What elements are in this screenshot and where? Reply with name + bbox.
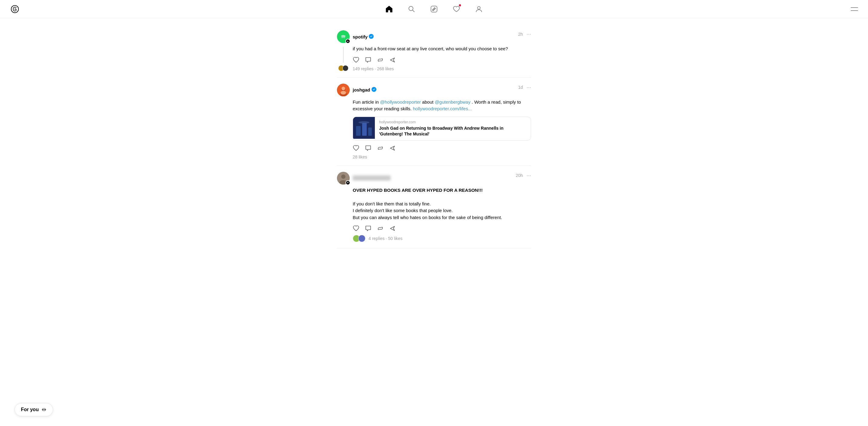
nav-search[interactable] [408,5,415,13]
thread-line-col-spotify [337,45,350,71]
nav-left [10,4,20,14]
post-time-user3: 20h [516,173,523,178]
like-button-spotify[interactable] [353,57,360,63]
link-preview-card[interactable]: hollywoodreporter.com Josh Gad on Return… [353,117,531,140]
svg-point-21 [341,174,345,179]
like-button-user3[interactable] [353,225,360,232]
repost-button-user3[interactable] [377,225,384,232]
mini-avatar-2 [342,65,348,71]
share-button-spotify[interactable] [389,57,396,63]
follow-plus-user3[interactable]: + [345,180,350,185]
post-meta-joshgad: joshgad [353,87,376,93]
post-content-col-user3: OVER HYPED BOOKS ARE OVER HYPED FOR A RE… [353,187,531,242]
post-header-left-user3: + ████ ███ ████ [337,172,391,185]
verified-icon-joshgad [372,87,376,93]
post-header-user3: + ████ ███ ████ 20h ··· [337,172,531,185]
comment-button-joshgad[interactable] [365,145,372,152]
follow-plus-spotify[interactable]: + [345,39,350,44]
post-content-col-spotify: if you had a front-row seat at any live … [353,45,531,71]
post-author-row-joshgad: joshgad [353,87,376,93]
post-author-row: spotify [353,34,374,40]
post-body-user3: OVER HYPED BOOKS ARE OVER HYPED FOR A RE… [337,187,531,242]
post-header-right-user3: 20h ··· [516,172,531,179]
link-preview-thumbnail [353,117,375,139]
thread-bottom-avatars [338,65,348,71]
post-header-left-joshgad: joshgad [337,84,376,96]
post-author-name[interactable]: spotify [353,34,368,39]
nav-home[interactable] [385,5,393,13]
for-you-pill[interactable]: For you [14,403,53,416]
post-text-line2: I definitely don't like some books that … [353,208,453,213]
post-time-spotify: 2h [518,32,523,37]
nav-new-post[interactable] [430,5,438,13]
more-button-joshgad[interactable]: ··· [527,84,531,91]
post-actions-joshgad [353,145,531,152]
more-button-user3[interactable]: ··· [527,172,531,179]
avatar-joshgad[interactable] [337,84,350,96]
svg-point-12 [341,87,345,90]
post-joshgad: joshgad 1d ··· [337,77,531,166]
post-stats-spotify: 149 replies · 268 likes [353,66,531,71]
post-text-line3: But you can always tell who hates on boo… [353,215,502,220]
post-author-name-joshgad[interactable]: joshgad [353,87,370,92]
avatar-wrap-joshgad [337,84,350,96]
svg-point-1 [15,8,16,9]
verified-icon-spotify [369,34,374,40]
like-button-joshgad[interactable] [353,145,360,152]
link-preview-info: hollywoodreporter.com Josh Gad on Return… [375,117,531,140]
post-content-col-joshgad: Fun article in @hollywoodreporter about … [353,99,531,159]
link-preview-domain: hollywoodreporter.com [379,120,527,124]
nav-center [385,5,483,13]
nav-right [850,7,858,11]
more-button-spotify[interactable]: ··· [527,31,531,37]
link-hollywoodreporter[interactable]: hollywoodreporter.com/lifes... [413,106,472,111]
post-header-left: + spotify [337,30,374,43]
svg-point-4 [478,6,480,9]
avatar-wrap-spotify: + [337,30,350,43]
post-footer-user3: 4 replies · 50 likes [353,235,531,242]
post-text-joshgad: Fun article in @hollywoodreporter about … [353,99,531,112]
post-text-line1: If you don't like them that is totally f… [353,201,431,206]
repost-button-joshgad[interactable] [377,145,384,152]
svg-rect-17 [362,123,367,136]
post-text-user3: OVER HYPED BOOKS ARE OVER HYPED FOR A RE… [353,187,531,221]
comment-button-user3[interactable] [365,225,372,232]
top-navigation [0,0,868,18]
svg-point-19 [359,121,369,124]
post-body-joshgad: Fun article in @hollywoodreporter about … [337,99,531,159]
post-header-joshgad: joshgad 1d ··· [337,84,531,96]
post-stats-joshgad: 28 likes [353,155,531,159]
nav-activity[interactable] [453,5,460,13]
nav-menu[interactable] [850,7,858,11]
mention-hollywoodreporter[interactable]: @hollywoodreporter [380,99,421,104]
repost-button-spotify[interactable] [377,57,384,63]
share-button-joshgad[interactable] [389,145,396,152]
post-author-name-user3[interactable]: ████ ███ ████ [353,175,391,181]
post-spotify: + spotify 2h ··· [337,24,531,77]
post-header-spotify: + spotify 2h ··· [337,30,531,43]
threads-logo[interactable] [10,4,20,14]
post-actions-user3 [353,225,531,232]
for-you-label: For you [21,407,39,413]
post-text-spotify: if you had a front-row seat at any live … [353,45,531,53]
link-preview-title: Josh Gad on Returning to Broadway With A… [379,125,527,137]
post-header-right-spotify: 2h ··· [518,31,531,37]
comment-button-spotify[interactable] [365,57,372,63]
nav-profile[interactable] [475,5,483,13]
mini-avatar-u3-2 [358,235,366,242]
feed: + spotify 2h ··· [337,0,531,279]
post-author-row-user3: ████ ███ ████ [353,175,391,181]
post-time-joshgad: 1d [518,85,523,90]
svg-rect-18 [368,128,372,136]
thread-line-spotify [343,47,344,63]
share-button-user3[interactable] [389,225,396,232]
mention-gutenbergbway[interactable]: @gutenbergbway [435,99,470,104]
post-stats-user3: 4 replies · 50 likes [369,236,402,241]
for-you-icon [41,407,47,413]
avatar-wrap-user3: + [337,172,350,185]
post-user3: + ████ ███ ████ 20h ··· OVER HYPED BOOKS… [337,166,531,249]
svg-point-13 [341,91,346,95]
notification-dot [459,4,461,6]
post-actions-spotify [353,57,531,63]
post-body-spotify: if you had a front-row seat at any live … [337,45,531,71]
